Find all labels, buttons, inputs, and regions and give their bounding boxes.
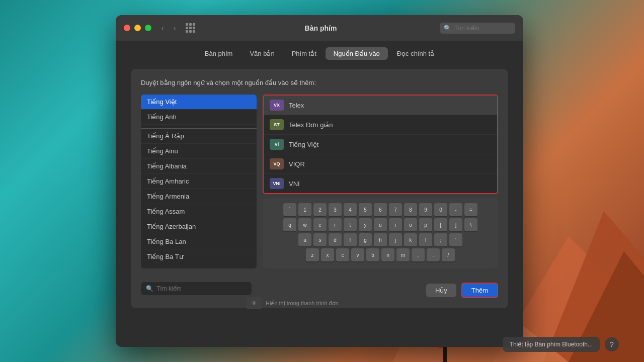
lang-item-tieng-armenia[interactable]: Tiếng Armenia — [141, 189, 257, 204]
right-panel: VX Telex ST Telex Đơn giản Vi Tiếng Việt — [263, 95, 498, 268]
grid-icon[interactable] — [186, 23, 196, 33]
add-button[interactable]: Thêm — [461, 283, 498, 298]
kb-key-z[interactable]: z — [306, 248, 319, 261]
kb-key-a[interactable]: a — [298, 233, 311, 246]
kb-key-v[interactable]: v — [351, 248, 364, 261]
tab-ban-phim[interactable]: Bàn phím — [197, 47, 241, 60]
kb-key-c[interactable]: c — [336, 248, 349, 261]
kb-key-d[interactable]: d — [329, 233, 342, 246]
kb-key-4[interactable]: 4 — [344, 203, 357, 216]
lang-item-tieng-albania[interactable]: Tiếng Albania — [141, 159, 257, 174]
kb-key-minus[interactable]: - — [449, 203, 462, 216]
kb-key-quote[interactable]: ' — [449, 233, 462, 246]
kb-key-b[interactable]: b — [366, 248, 379, 261]
search-icon: 🔍 — [444, 25, 451, 32]
kb-key-rbracket[interactable]: ] — [449, 218, 462, 231]
lang-item-tieng-anh[interactable]: Tiếng Anh — [141, 110, 257, 125]
kb-key-g[interactable]: g — [359, 233, 372, 246]
help-button[interactable]: ? — [605, 337, 619, 351]
forward-arrow[interactable]: › — [170, 23, 180, 33]
lang-item-tieng-ba-tu[interactable]: Tiếng Ba Tư — [141, 249, 257, 264]
lang-item-tieng-ainu[interactable]: Tiếng Ainu — [141, 144, 257, 159]
kb-key-q[interactable]: q — [283, 218, 296, 231]
kb-key-l[interactable]: l — [419, 233, 432, 246]
kb-key-f[interactable]: f — [344, 233, 357, 246]
kb-key-8[interactable]: 8 — [404, 203, 417, 216]
tabs-bar: Bàn phím Văn bản Phím tắt Nguồn Đầu vào … — [116, 41, 523, 64]
telex-don-badge: ST — [270, 119, 284, 130]
tab-van-ban[interactable]: Văn bản — [242, 47, 282, 60]
kb-key-x[interactable]: x — [321, 248, 334, 261]
kb-key-r[interactable]: r — [329, 218, 342, 231]
lang-item-tieng-amharic[interactable]: Tiếng Amharic — [141, 174, 257, 189]
lang-search-bar[interactable]: 🔍 — [141, 282, 252, 295]
lang-item-tieng-a-rap[interactable]: Tiếng Ả Rập — [141, 129, 257, 144]
titlebar-search[interactable]: 🔍 — [440, 23, 515, 34]
kb-key-j[interactable]: j — [389, 233, 402, 246]
input-method-list: VX Telex ST Telex Đơn giản Vi Tiếng Việt — [263, 95, 498, 194]
telex-badge: VX — [270, 100, 284, 111]
vni-badge: VNI — [270, 178, 284, 189]
language-list: Tiếng Việt Tiếng Anh Tiếng Ả Rập Tiếng A… — [141, 95, 257, 268]
input-item-vni[interactable]: VNI VNI — [264, 174, 497, 193]
kb-key-3[interactable]: 3 — [329, 203, 342, 216]
kb-row-4: z x c v b n m , . / — [267, 248, 494, 261]
lang-item-tieng-azerbaijan[interactable]: Tiếng Azerbaijan — [141, 219, 257, 234]
tieng-viet-input-label: Tiếng Việt — [289, 141, 318, 148]
kb-key-o[interactable]: o — [404, 218, 417, 231]
nav-arrows: ‹ › — [157, 23, 180, 33]
kb-key-p[interactable]: p — [419, 218, 432, 231]
kb-key-semicolon[interactable]: ; — [434, 233, 447, 246]
kb-key-t[interactable]: t — [344, 218, 357, 231]
lang-item-tieng-assam[interactable]: Tiếng Assam — [141, 204, 257, 219]
kb-key-e[interactable]: e — [313, 218, 327, 231]
kb-key-n[interactable]: n — [381, 248, 394, 261]
kb-key-h[interactable]: h — [374, 233, 387, 246]
minimize-button[interactable] — [134, 25, 141, 31]
lang-item-tieng-viet[interactable]: Tiếng Việt — [141, 95, 257, 110]
kb-key-7[interactable]: 7 — [389, 203, 402, 216]
kb-key-9[interactable]: 9 — [419, 203, 432, 216]
input-item-tieng-viet[interactable]: Vi Tiếng Việt — [264, 135, 497, 154]
search-input[interactable] — [454, 25, 511, 32]
bluetooth-setup-button[interactable]: Thiết lập Bàn phím Bluetooth... — [503, 337, 600, 352]
kb-key-period[interactable]: . — [427, 248, 440, 261]
tab-phim-tat[interactable]: Phím tắt — [284, 47, 325, 60]
cancel-button[interactable]: Hủy — [426, 284, 456, 297]
tieng-viet-badge: Vi — [270, 139, 284, 150]
bottom-bar: Thiết lập Bàn phím Bluetooth... ? — [503, 337, 619, 352]
viqr-label: VIQR — [289, 160, 305, 168]
kb-key-u[interactable]: u — [374, 218, 387, 231]
kb-key-2[interactable]: 2 — [313, 203, 327, 216]
kb-key-k[interactable]: k — [404, 233, 417, 246]
kb-key-backtick[interactable]: ` — [283, 203, 296, 216]
lang-search-input[interactable] — [156, 285, 247, 292]
tab-nguon-dau-vao[interactable]: Nguồn Đầu vào — [326, 47, 388, 60]
close-button[interactable] — [124, 25, 130, 31]
kb-key-equals[interactable]: = — [464, 203, 477, 216]
kb-key-i[interactable]: i — [389, 218, 402, 231]
kb-key-m[interactable]: m — [396, 248, 410, 261]
dialog-container: Duyệt bằng ngôn ngữ và chọn một nguồn đầ… — [116, 64, 523, 313]
add-input-dialog: Duyệt bằng ngôn ngữ và chọn một nguồn đầ… — [131, 69, 508, 308]
add-source-button[interactable]: + — [247, 297, 262, 309]
kb-key-w[interactable]: w — [298, 218, 311, 231]
telex-don-label: Telex Đơn giản — [289, 121, 333, 129]
input-item-telex-don-gian[interactable]: ST Telex Đơn giản — [264, 115, 497, 135]
kb-key-y[interactable]: y — [359, 218, 372, 231]
kb-key-6[interactable]: 6 — [374, 203, 387, 216]
kb-key-slash[interactable]: / — [442, 248, 455, 261]
lang-item-tieng-ba-lan[interactable]: Tiếng Ba Lan — [141, 234, 257, 249]
kb-key-0[interactable]: 0 — [434, 203, 447, 216]
back-arrow[interactable]: ‹ — [157, 23, 168, 33]
kb-key-s[interactable]: s — [313, 233, 327, 246]
tab-doc-chinh-ta[interactable]: Đọc chính tả — [389, 47, 443, 60]
kb-key-5[interactable]: 5 — [359, 203, 372, 216]
kb-key-comma[interactable]: , — [412, 248, 425, 261]
input-item-telex[interactable]: VX Telex — [264, 96, 497, 115]
input-item-viqr[interactable]: VQ VIQR — [264, 154, 497, 174]
kb-key-lbracket[interactable]: [ — [434, 218, 447, 231]
kb-key-1[interactable]: 1 — [298, 203, 311, 216]
kb-key-backslash[interactable]: \ — [464, 218, 477, 231]
maximize-button[interactable] — [145, 25, 151, 31]
